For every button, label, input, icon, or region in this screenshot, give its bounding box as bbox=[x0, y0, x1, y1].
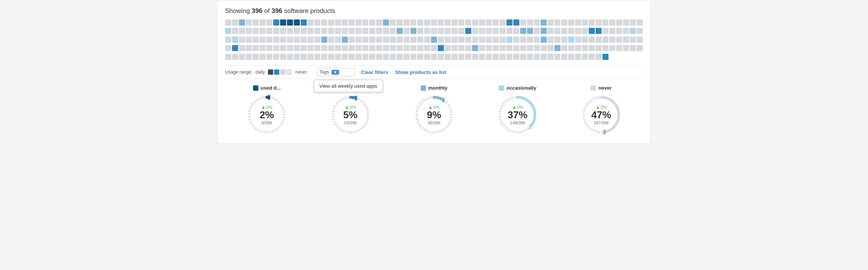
heatmap-cell[interactable] bbox=[431, 37, 437, 43]
heatmap-cell[interactable] bbox=[431, 19, 437, 26]
heatmap-cell[interactable] bbox=[280, 37, 286, 43]
heatmap-cell[interactable] bbox=[287, 19, 293, 26]
usage-sq-daily[interactable] bbox=[268, 69, 273, 75]
heatmap-cell[interactable] bbox=[376, 19, 382, 26]
heatmap-cell[interactable] bbox=[623, 19, 629, 26]
heatmap-cell[interactable] bbox=[417, 28, 423, 34]
heatmap-cell[interactable] bbox=[342, 37, 348, 43]
heatmap-cell[interactable] bbox=[232, 19, 238, 26]
heatmap-cell[interactable] bbox=[452, 37, 458, 43]
heatmap-cell[interactable] bbox=[294, 28, 300, 34]
heatmap-cell[interactable] bbox=[280, 54, 286, 60]
heatmap-cell[interactable] bbox=[575, 19, 581, 26]
heatmap-cell[interactable] bbox=[397, 19, 403, 26]
heatmap-cell[interactable] bbox=[404, 45, 410, 51]
heatmap-cell[interactable] bbox=[369, 45, 375, 51]
heatmap-cell[interactable] bbox=[287, 45, 293, 51]
heatmap-cell[interactable] bbox=[404, 19, 410, 26]
heatmap-cell[interactable] bbox=[266, 45, 272, 51]
heatmap-cell[interactable] bbox=[246, 54, 252, 60]
heatmap-cell[interactable] bbox=[417, 54, 423, 60]
heatmap-cell[interactable] bbox=[390, 28, 396, 34]
heatmap-cell[interactable] bbox=[486, 19, 492, 26]
heatmap-cell[interactable] bbox=[637, 28, 643, 34]
heatmap-cell[interactable] bbox=[452, 28, 458, 34]
heatmap-cell[interactable] bbox=[356, 54, 362, 60]
heatmap-cell[interactable] bbox=[397, 54, 403, 60]
heatmap-cell[interactable] bbox=[266, 28, 272, 34]
heatmap-cell[interactable] bbox=[575, 54, 581, 60]
heatmap-cell[interactable] bbox=[321, 28, 327, 34]
heatmap-cell[interactable] bbox=[527, 19, 533, 26]
heatmap-cell[interactable] bbox=[431, 54, 437, 60]
heatmap-cell[interactable] bbox=[362, 37, 368, 43]
heatmap-cell[interactable] bbox=[472, 19, 478, 26]
heatmap-cell[interactable] bbox=[239, 45, 245, 51]
heatmap-cell[interactable] bbox=[623, 37, 629, 43]
tags-dropdown[interactable]: Tags ▼ bbox=[317, 68, 355, 76]
heatmap-cell[interactable] bbox=[500, 37, 506, 43]
heatmap-cell[interactable] bbox=[253, 37, 259, 43]
heatmap-cell[interactable] bbox=[376, 28, 382, 34]
heatmap-cell[interactable] bbox=[349, 54, 355, 60]
heatmap-cell[interactable] bbox=[294, 37, 300, 43]
heatmap-cell[interactable] bbox=[349, 19, 355, 26]
heatmap-cell[interactable] bbox=[561, 45, 567, 51]
heatmap-cell[interactable] bbox=[266, 37, 272, 43]
heatmap-cell[interactable] bbox=[335, 28, 341, 34]
heatmap-cell[interactable] bbox=[465, 28, 471, 34]
heatmap-cell[interactable] bbox=[486, 37, 492, 43]
heatmap-cell[interactable] bbox=[548, 45, 554, 51]
heatmap-cell[interactable] bbox=[630, 28, 636, 34]
heatmap-cell[interactable] bbox=[397, 37, 403, 43]
heatmap-cell[interactable] bbox=[376, 54, 382, 60]
heatmap-cell[interactable] bbox=[452, 19, 458, 26]
heatmap-cell[interactable] bbox=[362, 28, 368, 34]
heatmap-cell[interactable] bbox=[301, 45, 307, 51]
heatmap-cell[interactable] bbox=[493, 37, 499, 43]
heatmap-cell[interactable] bbox=[534, 54, 540, 60]
heatmap-cell[interactable] bbox=[561, 28, 567, 34]
heatmap-cell[interactable] bbox=[575, 45, 581, 51]
heatmap-cell[interactable] bbox=[506, 28, 512, 34]
heatmap-cell[interactable] bbox=[493, 45, 499, 51]
heatmap-cell[interactable] bbox=[472, 54, 478, 60]
heatmap-cell[interactable] bbox=[513, 28, 519, 34]
heatmap-cell[interactable] bbox=[246, 45, 252, 51]
heatmap-cell[interactable] bbox=[404, 54, 410, 60]
heatmap-cell[interactable] bbox=[534, 37, 540, 43]
heatmap-cell[interactable] bbox=[314, 37, 320, 43]
heatmap-cell[interactable] bbox=[520, 45, 526, 51]
heatmap-cell[interactable] bbox=[452, 54, 458, 60]
heatmap-cell[interactable] bbox=[424, 19, 430, 26]
heatmap-cell[interactable] bbox=[500, 19, 506, 26]
usage-sq-occasionally[interactable] bbox=[280, 69, 285, 75]
heatmap-cell[interactable] bbox=[424, 45, 430, 51]
heatmap-cell[interactable] bbox=[225, 37, 231, 43]
heatmap-cell[interactable] bbox=[465, 19, 471, 26]
show-as-list-link[interactable]: Show products as list bbox=[395, 69, 446, 75]
heatmap-cell[interactable] bbox=[527, 28, 533, 34]
heatmap-cell[interactable] bbox=[630, 45, 636, 51]
heatmap-cell[interactable] bbox=[390, 37, 396, 43]
heatmap-cell[interactable] bbox=[561, 54, 567, 60]
heatmap-cell[interactable] bbox=[472, 37, 478, 43]
heatmap-cell[interactable] bbox=[609, 37, 615, 43]
heatmap-cell[interactable] bbox=[342, 45, 348, 51]
heatmap-cell[interactable] bbox=[321, 37, 327, 43]
heatmap-cell[interactable] bbox=[424, 28, 430, 34]
heatmap-cell[interactable] bbox=[541, 37, 547, 43]
heatmap-cell[interactable] bbox=[602, 37, 609, 43]
heatmap-cell[interactable] bbox=[431, 45, 437, 51]
heatmap-cell[interactable] bbox=[383, 45, 389, 51]
heatmap-cell[interactable] bbox=[596, 19, 602, 26]
heatmap-cell[interactable] bbox=[465, 37, 471, 43]
heatmap-cell[interactable] bbox=[534, 19, 540, 26]
heatmap-cell[interactable] bbox=[362, 45, 368, 51]
heatmap-cell[interactable] bbox=[493, 54, 499, 60]
heatmap-cell[interactable] bbox=[342, 28, 348, 34]
heatmap-cell[interactable] bbox=[506, 45, 512, 51]
heatmap-cell[interactable] bbox=[335, 37, 341, 43]
heatmap-cell[interactable] bbox=[554, 45, 561, 51]
heatmap-cell[interactable] bbox=[294, 19, 300, 26]
